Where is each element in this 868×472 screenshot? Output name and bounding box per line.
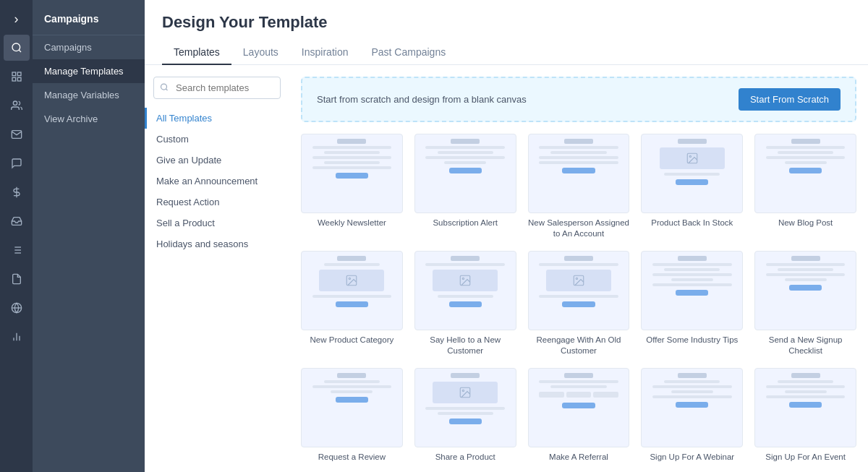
chart-nav-icon[interactable] — [4, 324, 30, 350]
category-announcement[interactable]: Make an Announcement — [145, 171, 289, 192]
chat-nav-icon[interactable] — [4, 150, 30, 176]
main-content: Design Your Template Templates Layouts I… — [145, 0, 868, 472]
tab-past-campaigns[interactable]: Past Campaigns — [359, 40, 457, 65]
template-name: New Blog Post — [778, 218, 833, 228]
users-nav-icon[interactable] — [4, 93, 30, 119]
tab-templates[interactable]: Templates — [162, 40, 231, 65]
category-all-templates[interactable]: All Templates — [145, 108, 289, 129]
nav-item-view-archive[interactable]: View Archive — [33, 107, 145, 131]
template-thumbnail[interactable] — [641, 251, 743, 330]
template-card[interactable]: New Salesperson Assigned to An Account — [528, 134, 630, 239]
template-name: Sign Up For A Webinar — [650, 452, 734, 463]
globe-nav-icon[interactable] — [4, 295, 30, 321]
template-card[interactable]: Say Hello to a New Customer — [414, 251, 516, 356]
template-thumbnail[interactable] — [301, 368, 403, 447]
inbox-nav-icon[interactable] — [4, 208, 30, 234]
template-name: Request a Review — [318, 452, 386, 463]
template-thumbnail[interactable] — [641, 368, 743, 447]
template-thumbnail[interactable] — [301, 134, 403, 213]
template-card[interactable]: Sign Up For A Webinar — [641, 368, 743, 463]
category-sidebar: All Templates Custom Give an Update Make… — [145, 65, 289, 472]
template-card[interactable]: New Product Category — [301, 251, 403, 356]
expand-icon[interactable]: › — [4, 6, 30, 32]
template-grid: Weekly Newsletter Subscription Alert — [301, 134, 856, 463]
templates-area: Start from scratch and design from a bla… — [289, 65, 868, 472]
tab-inspiration[interactable]: Inspiration — [290, 40, 360, 65]
thumb-image-icon — [319, 270, 384, 291]
page-title: Design Your Template — [162, 13, 851, 32]
svg-point-0 — [12, 43, 20, 51]
template-card[interactable]: Weekly Newsletter — [301, 134, 403, 239]
template-card[interactable]: Make A Referral — [528, 368, 630, 463]
nav-item-manage-templates[interactable]: Manage Templates — [33, 59, 145, 83]
svg-rect-2 — [12, 72, 16, 76]
tab-layouts[interactable]: Layouts — [231, 40, 290, 65]
search-box — [153, 77, 281, 99]
template-name: Send a New Signup Checklist — [754, 335, 856, 356]
template-name: New Product Category — [310, 335, 394, 346]
search-nav-icon[interactable] — [4, 35, 30, 61]
template-thumbnail[interactable] — [641, 134, 743, 213]
template-thumbnail[interactable] — [754, 134, 856, 213]
nav-item-manage-variables[interactable]: Manage Variables — [33, 83, 145, 107]
template-name: Reengage With An Old Customer — [528, 335, 630, 356]
nav-item-campaigns[interactable]: Campaigns — [33, 35, 145, 59]
search-icon — [160, 82, 169, 93]
template-thumbnail[interactable] — [528, 134, 630, 213]
template-name: Offer Some Industry Tips — [646, 335, 738, 346]
category-sell-product[interactable]: Sell a Product — [145, 213, 289, 233]
category-request-action[interactable]: Request Action — [145, 192, 289, 213]
template-thumbnail[interactable] — [301, 251, 403, 330]
main-header: Design Your Template Templates Layouts I… — [145, 0, 868, 65]
template-card[interactable]: Product Back In Stock — [641, 134, 743, 239]
template-name: Say Hello to a New Customer — [414, 335, 516, 356]
doc-nav-icon[interactable] — [4, 266, 30, 292]
grid-nav-icon[interactable] — [4, 64, 30, 90]
template-name: Product Back In Stock — [651, 218, 733, 228]
template-card[interactable]: Reengage With An Old Customer — [528, 251, 630, 356]
template-thumbnail[interactable] — [754, 251, 856, 330]
template-name: New Salesperson Assigned to An Account — [528, 218, 630, 239]
category-holidays[interactable]: Holidays and seasons — [145, 233, 289, 254]
svg-rect-5 — [17, 77, 21, 81]
template-thumbnail[interactable] — [414, 251, 516, 330]
mail-nav-icon[interactable] — [4, 121, 30, 147]
thumb-image-icon — [433, 270, 498, 291]
svg-point-6 — [13, 101, 17, 105]
scratch-banner: Start from scratch and design from a bla… — [301, 77, 856, 122]
svg-line-1 — [19, 50, 21, 52]
template-thumbnail[interactable] — [528, 251, 630, 330]
svg-line-20 — [166, 88, 167, 90]
category-give-update[interactable]: Give an Update — [145, 150, 289, 171]
template-card[interactable]: Offer Some Industry Tips — [641, 251, 743, 356]
template-name: Subscription Alert — [433, 218, 498, 228]
svg-point-30 — [462, 390, 464, 391]
scratch-banner-text: Start from scratch and design from a bla… — [317, 94, 527, 105]
list-nav-icon[interactable] — [4, 237, 30, 263]
start-from-scratch-button[interactable]: Start From Scratch — [739, 88, 841, 111]
template-thumbnail[interactable] — [414, 134, 516, 213]
category-custom[interactable]: Custom — [145, 129, 289, 150]
template-card[interactable]: Request a Review — [301, 368, 403, 463]
nav-sidebar-header: Campaigns — [33, 0, 145, 35]
svg-rect-3 — [17, 72, 21, 76]
template-card[interactable]: Sign Up For An Event — [754, 368, 856, 463]
dollar-nav-icon[interactable] — [4, 179, 30, 205]
content-area: All Templates Custom Give an Update Make… — [145, 65, 868, 472]
svg-point-24 — [349, 278, 351, 279]
svg-point-28 — [576, 278, 577, 279]
tabs: Templates Layouts Inspiration Past Campa… — [162, 40, 851, 64]
svg-point-22 — [689, 155, 691, 157]
template-card[interactable]: New Blog Post — [754, 134, 856, 239]
icon-sidebar: › — [0, 0, 33, 472]
svg-point-26 — [462, 278, 464, 279]
thumb-image-icon — [546, 270, 611, 291]
template-thumbnail[interactable] — [414, 368, 516, 447]
search-input[interactable] — [153, 77, 281, 99]
svg-rect-4 — [12, 77, 16, 81]
template-thumbnail[interactable] — [528, 368, 630, 447]
template-card[interactable]: Subscription Alert — [414, 134, 516, 239]
template-card[interactable]: Share a Product — [414, 368, 516, 463]
template-thumbnail[interactable] — [754, 368, 856, 447]
template-card[interactable]: Send a New Signup Checklist — [754, 251, 856, 356]
